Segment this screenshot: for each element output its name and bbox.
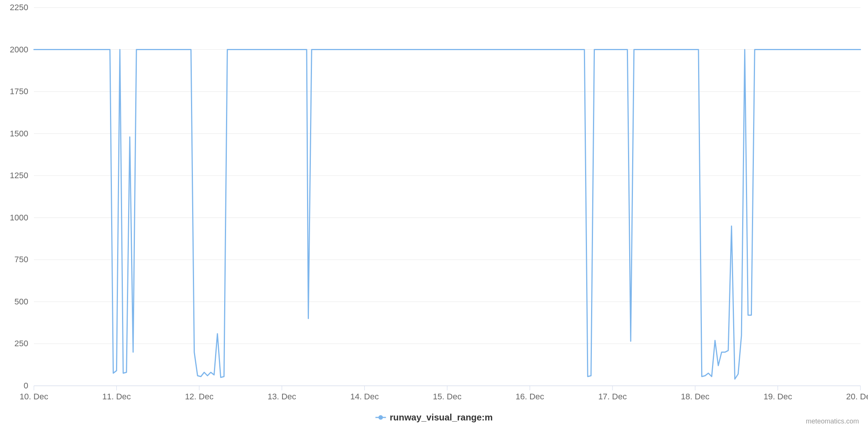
y-tick-label: 1500 bbox=[10, 129, 28, 138]
y-tick-label: 0 bbox=[24, 381, 28, 390]
x-tick-label: 10. Dec bbox=[20, 392, 48, 401]
x-tick-label: 20. Dec bbox=[846, 392, 868, 401]
x-tick-label: 19. Dec bbox=[764, 392, 792, 401]
y-tick-label: 500 bbox=[14, 297, 28, 306]
x-tick-label: 13. Dec bbox=[267, 392, 296, 401]
x-tick-label: 16. Dec bbox=[515, 392, 544, 401]
y-tick-label: 1000 bbox=[10, 213, 28, 222]
x-tick-label: 11. Dec bbox=[102, 392, 131, 401]
x-tick-label: 14. Dec bbox=[350, 392, 379, 401]
x-tick-label: 17. Dec bbox=[598, 392, 627, 401]
legend-marker-dot-icon bbox=[379, 415, 383, 420]
series-line-runway-visual-range bbox=[34, 50, 860, 379]
y-tick-label: 750 bbox=[14, 255, 28, 264]
y-tick-label: 1250 bbox=[10, 171, 28, 180]
y-tick-label: 1750 bbox=[10, 87, 28, 96]
y-tick-label: 2250 bbox=[10, 3, 28, 12]
x-tick-label: 12. Dec bbox=[185, 392, 214, 401]
x-tick-label: 15. Dec bbox=[433, 392, 462, 401]
x-tick-label: 18. Dec bbox=[681, 392, 709, 401]
legend-label: runway_visual_range:m bbox=[390, 412, 493, 422]
y-tick-label: 250 bbox=[14, 339, 28, 348]
legend[interactable]: runway_visual_range:m bbox=[376, 412, 493, 422]
y-tick-label: 2000 bbox=[10, 45, 28, 54]
chart-svg: 025050075010001250150017502000225010. De… bbox=[0, 0, 868, 431]
chart-container: 025050075010001250150017502000225010. De… bbox=[0, 0, 868, 431]
credit-link[interactable]: meteomatics.com bbox=[806, 417, 859, 425]
